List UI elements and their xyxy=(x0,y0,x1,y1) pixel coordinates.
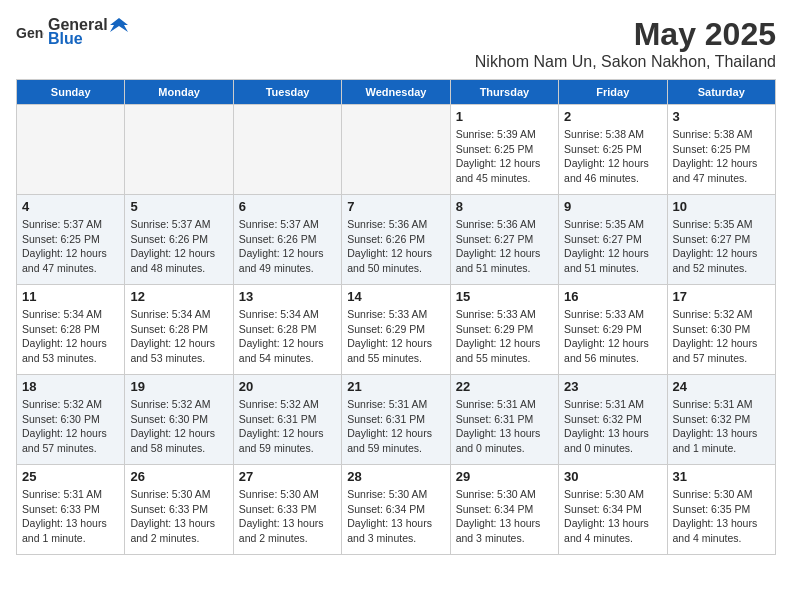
cell-info: Sunrise: 5:33 AM Sunset: 6:29 PM Dayligh… xyxy=(564,307,661,366)
calendar-cell: 28Sunrise: 5:30 AM Sunset: 6:34 PM Dayli… xyxy=(342,465,450,555)
cell-info: Sunrise: 5:32 AM Sunset: 6:30 PM Dayligh… xyxy=(673,307,770,366)
cell-info: Sunrise: 5:31 AM Sunset: 6:31 PM Dayligh… xyxy=(456,397,553,456)
week-row-5: 25Sunrise: 5:31 AM Sunset: 6:33 PM Dayli… xyxy=(17,465,776,555)
day-header-friday: Friday xyxy=(559,80,667,105)
cell-date: 9 xyxy=(564,199,661,214)
calendar-cell: 8Sunrise: 5:36 AM Sunset: 6:27 PM Daylig… xyxy=(450,195,558,285)
calendar-cell: 17Sunrise: 5:32 AM Sunset: 6:30 PM Dayli… xyxy=(667,285,775,375)
cell-info: Sunrise: 5:35 AM Sunset: 6:27 PM Dayligh… xyxy=(564,217,661,276)
cell-info: Sunrise: 5:31 AM Sunset: 6:32 PM Dayligh… xyxy=(564,397,661,456)
cell-info: Sunrise: 5:38 AM Sunset: 6:25 PM Dayligh… xyxy=(673,127,770,186)
cell-date: 25 xyxy=(22,469,119,484)
cell-date: 13 xyxy=(239,289,336,304)
cell-date: 21 xyxy=(347,379,444,394)
calendar-table: SundayMondayTuesdayWednesdayThursdayFrid… xyxy=(16,79,776,555)
calendar-cell: 9Sunrise: 5:35 AM Sunset: 6:27 PM Daylig… xyxy=(559,195,667,285)
calendar-cell: 18Sunrise: 5:32 AM Sunset: 6:30 PM Dayli… xyxy=(17,375,125,465)
calendar-cell: 15Sunrise: 5:33 AM Sunset: 6:29 PM Dayli… xyxy=(450,285,558,375)
cell-date: 12 xyxy=(130,289,227,304)
week-row-2: 4Sunrise: 5:37 AM Sunset: 6:25 PM Daylig… xyxy=(17,195,776,285)
calendar-cell: 30Sunrise: 5:30 AM Sunset: 6:34 PM Dayli… xyxy=(559,465,667,555)
calendar-cell xyxy=(342,105,450,195)
cell-info: Sunrise: 5:33 AM Sunset: 6:29 PM Dayligh… xyxy=(347,307,444,366)
cell-info: Sunrise: 5:30 AM Sunset: 6:35 PM Dayligh… xyxy=(673,487,770,546)
cell-info: Sunrise: 5:34 AM Sunset: 6:28 PM Dayligh… xyxy=(22,307,119,366)
cell-date: 30 xyxy=(564,469,661,484)
cell-date: 31 xyxy=(673,469,770,484)
day-header-tuesday: Tuesday xyxy=(233,80,341,105)
title-area: May 2025 Nikhom Nam Un, Sakon Nakhon, Th… xyxy=(475,16,776,71)
calendar-cell: 23Sunrise: 5:31 AM Sunset: 6:32 PM Dayli… xyxy=(559,375,667,465)
day-header-sunday: Sunday xyxy=(17,80,125,105)
calendar-cell: 25Sunrise: 5:31 AM Sunset: 6:33 PM Dayli… xyxy=(17,465,125,555)
calendar-cell: 22Sunrise: 5:31 AM Sunset: 6:31 PM Dayli… xyxy=(450,375,558,465)
calendar-cell: 6Sunrise: 5:37 AM Sunset: 6:26 PM Daylig… xyxy=(233,195,341,285)
calendar-cell: 24Sunrise: 5:31 AM Sunset: 6:32 PM Dayli… xyxy=(667,375,775,465)
calendar-cell: 2Sunrise: 5:38 AM Sunset: 6:25 PM Daylig… xyxy=(559,105,667,195)
cell-info: Sunrise: 5:32 AM Sunset: 6:30 PM Dayligh… xyxy=(22,397,119,456)
cell-date: 15 xyxy=(456,289,553,304)
calendar-body: 1Sunrise: 5:39 AM Sunset: 6:25 PM Daylig… xyxy=(17,105,776,555)
cell-date: 17 xyxy=(673,289,770,304)
calendar-cell: 1Sunrise: 5:39 AM Sunset: 6:25 PM Daylig… xyxy=(450,105,558,195)
calendar-cell: 13Sunrise: 5:34 AM Sunset: 6:28 PM Dayli… xyxy=(233,285,341,375)
calendar-cell: 14Sunrise: 5:33 AM Sunset: 6:29 PM Dayli… xyxy=(342,285,450,375)
cell-info: Sunrise: 5:30 AM Sunset: 6:34 PM Dayligh… xyxy=(456,487,553,546)
cell-info: Sunrise: 5:36 AM Sunset: 6:27 PM Dayligh… xyxy=(456,217,553,276)
calendar-cell xyxy=(125,105,233,195)
calendar-cell: 16Sunrise: 5:33 AM Sunset: 6:29 PM Dayli… xyxy=(559,285,667,375)
cell-date: 1 xyxy=(456,109,553,124)
page-header: General General Blue May 2025 Nikhom Nam… xyxy=(16,16,776,71)
cell-info: Sunrise: 5:32 AM Sunset: 6:30 PM Dayligh… xyxy=(130,397,227,456)
svg-text:General: General xyxy=(16,25,44,41)
cell-date: 26 xyxy=(130,469,227,484)
cell-info: Sunrise: 5:31 AM Sunset: 6:31 PM Dayligh… xyxy=(347,397,444,456)
cell-date: 20 xyxy=(239,379,336,394)
cell-date: 28 xyxy=(347,469,444,484)
cell-info: Sunrise: 5:39 AM Sunset: 6:25 PM Dayligh… xyxy=(456,127,553,186)
calendar-cell: 29Sunrise: 5:30 AM Sunset: 6:34 PM Dayli… xyxy=(450,465,558,555)
cell-info: Sunrise: 5:36 AM Sunset: 6:26 PM Dayligh… xyxy=(347,217,444,276)
subtitle: Nikhom Nam Un, Sakon Nakhon, Thailand xyxy=(475,53,776,71)
calendar-cell: 3Sunrise: 5:38 AM Sunset: 6:25 PM Daylig… xyxy=(667,105,775,195)
svg-marker-1 xyxy=(110,18,128,32)
calendar-cell: 4Sunrise: 5:37 AM Sunset: 6:25 PM Daylig… xyxy=(17,195,125,285)
calendar-cell: 20Sunrise: 5:32 AM Sunset: 6:31 PM Dayli… xyxy=(233,375,341,465)
week-row-1: 1Sunrise: 5:39 AM Sunset: 6:25 PM Daylig… xyxy=(17,105,776,195)
day-header-wednesday: Wednesday xyxy=(342,80,450,105)
calendar-cell: 7Sunrise: 5:36 AM Sunset: 6:26 PM Daylig… xyxy=(342,195,450,285)
cell-date: 14 xyxy=(347,289,444,304)
cell-info: Sunrise: 5:37 AM Sunset: 6:25 PM Dayligh… xyxy=(22,217,119,276)
calendar-cell: 12Sunrise: 5:34 AM Sunset: 6:28 PM Dayli… xyxy=(125,285,233,375)
calendar-cell: 5Sunrise: 5:37 AM Sunset: 6:26 PM Daylig… xyxy=(125,195,233,285)
calendar-cell: 31Sunrise: 5:30 AM Sunset: 6:35 PM Dayli… xyxy=(667,465,775,555)
calendar-cell: 26Sunrise: 5:30 AM Sunset: 6:33 PM Dayli… xyxy=(125,465,233,555)
cell-info: Sunrise: 5:30 AM Sunset: 6:33 PM Dayligh… xyxy=(130,487,227,546)
cell-date: 19 xyxy=(130,379,227,394)
cell-date: 24 xyxy=(673,379,770,394)
cell-date: 4 xyxy=(22,199,119,214)
cell-date: 10 xyxy=(673,199,770,214)
calendar-cell: 10Sunrise: 5:35 AM Sunset: 6:27 PM Dayli… xyxy=(667,195,775,285)
cell-info: Sunrise: 5:37 AM Sunset: 6:26 PM Dayligh… xyxy=(130,217,227,276)
cell-info: Sunrise: 5:34 AM Sunset: 6:28 PM Dayligh… xyxy=(130,307,227,366)
cell-date: 2 xyxy=(564,109,661,124)
cell-date: 3 xyxy=(673,109,770,124)
cell-info: Sunrise: 5:30 AM Sunset: 6:34 PM Dayligh… xyxy=(564,487,661,546)
cell-date: 18 xyxy=(22,379,119,394)
day-header-thursday: Thursday xyxy=(450,80,558,105)
logo: General General Blue xyxy=(16,16,128,48)
day-header-monday: Monday xyxy=(125,80,233,105)
calendar-cell: 19Sunrise: 5:32 AM Sunset: 6:30 PM Dayli… xyxy=(125,375,233,465)
calendar-header-row: SundayMondayTuesdayWednesdayThursdayFrid… xyxy=(17,80,776,105)
cell-date: 22 xyxy=(456,379,553,394)
week-row-4: 18Sunrise: 5:32 AM Sunset: 6:30 PM Dayli… xyxy=(17,375,776,465)
calendar-cell: 21Sunrise: 5:31 AM Sunset: 6:31 PM Dayli… xyxy=(342,375,450,465)
calendar-cell xyxy=(233,105,341,195)
cell-date: 6 xyxy=(239,199,336,214)
cell-date: 11 xyxy=(22,289,119,304)
day-header-saturday: Saturday xyxy=(667,80,775,105)
logo-icon: General xyxy=(16,18,44,46)
main-title: May 2025 xyxy=(475,16,776,53)
calendar-cell: 27Sunrise: 5:30 AM Sunset: 6:33 PM Dayli… xyxy=(233,465,341,555)
